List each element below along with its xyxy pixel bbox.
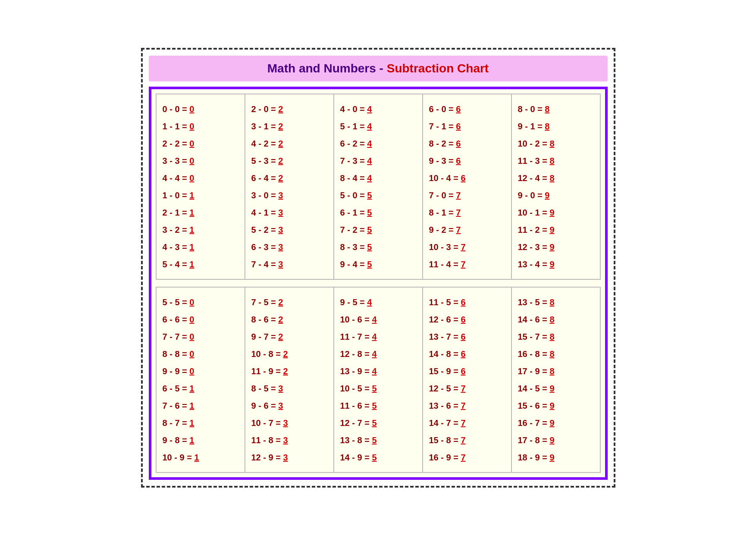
answer: 2 — [278, 332, 283, 341]
equation-text: 18 - 9 = 9 — [518, 449, 594, 466]
equation-text: 13 - 5 = 8 — [518, 294, 594, 311]
answer: 9 — [549, 453, 554, 462]
answer: 8 — [545, 122, 549, 131]
answer: 2 — [278, 156, 283, 166]
answer: 8 — [545, 104, 549, 114]
equation-text: 15 - 6 = 9 — [518, 397, 594, 414]
answer: 8 — [549, 332, 554, 341]
answer: 2 — [278, 297, 283, 307]
column-cell: 5 - 5 = 06 - 6 = 07 - 7 = 08 - 8 = 09 - … — [157, 288, 245, 473]
answer: 8 — [549, 173, 554, 183]
answer: 0 — [189, 297, 194, 307]
answer: 7 — [456, 208, 461, 217]
equation-text: 9 - 9 = 0 — [163, 363, 238, 380]
answer: 6 — [461, 297, 465, 307]
equation-text: 5 - 2 = 3 — [251, 221, 327, 238]
equation-text: 11 - 2 = 9 — [518, 221, 594, 238]
answer: 2 — [278, 104, 283, 114]
equation-text: 10 - 9 = 1 — [163, 449, 238, 466]
answer: 6 — [456, 156, 461, 166]
answer: 4 — [367, 173, 372, 183]
equation-text: 2 - 0 = 2 — [251, 100, 327, 118]
answer: 1 — [189, 418, 194, 428]
answer: 0 — [189, 332, 194, 341]
column-cell: 0 - 0 = 01 - 1 = 02 - 2 = 03 - 3 = 04 - … — [157, 94, 245, 280]
column-cell: 9 - 5 = 410 - 6 = 411 - 7 = 412 - 8 = 41… — [334, 288, 423, 473]
answer: 8 — [549, 366, 554, 376]
equation-text: 7 - 7 = 0 — [163, 328, 238, 345]
answer: 3 — [278, 384, 283, 393]
equation-text: 6 - 3 = 3 — [251, 238, 327, 256]
equation-text: 8 - 6 = 2 — [251, 311, 327, 328]
answer: 1 — [189, 225, 194, 235]
equation-text: 7 - 0 = 7 — [429, 187, 505, 204]
column-cell: 11 - 5 = 612 - 6 = 613 - 7 = 614 - 8 = 6… — [423, 288, 512, 473]
equation-text: 9 - 5 = 4 — [340, 294, 416, 311]
equation-text: 10 - 2 = 8 — [518, 135, 594, 152]
column-cell: 8 - 0 = 89 - 1 = 810 - 2 = 811 - 3 = 812… — [512, 94, 601, 280]
equation-text: 13 - 4 = 9 — [518, 256, 594, 273]
answer: 1 — [189, 208, 194, 217]
answer: 0 — [189, 122, 194, 131]
answer: 2 — [283, 366, 288, 376]
equation-text: 12 - 4 = 8 — [518, 169, 594, 187]
answer: 4 — [367, 122, 372, 131]
equation-text: 9 - 0 = 9 — [518, 187, 594, 204]
answer: 7 — [461, 435, 465, 445]
answer: 5 — [372, 384, 376, 393]
equation-text: 9 - 1 = 8 — [518, 118, 594, 135]
answer: 2 — [283, 349, 288, 359]
answer: 8 — [549, 349, 554, 359]
column-cell: 4 - 0 = 45 - 1 = 46 - 2 = 47 - 3 = 48 - … — [334, 94, 423, 280]
answer: 4 — [367, 104, 372, 114]
answer: 2 — [278, 139, 283, 148]
equation-text: 8 - 4 = 4 — [340, 169, 416, 187]
equation-text: 9 - 2 = 7 — [429, 221, 505, 238]
answer: 1 — [189, 401, 194, 410]
equation-text: 6 - 5 = 1 — [163, 380, 238, 397]
answer: 0 — [189, 104, 194, 114]
equation-text: 12 - 7 = 5 — [340, 414, 416, 432]
equation-text: 11 - 3 = 8 — [518, 152, 594, 169]
answer: 9 — [549, 384, 554, 393]
equation-text: 11 - 9 = 2 — [251, 363, 327, 380]
column-cell: 2 - 0 = 23 - 1 = 24 - 2 = 25 - 3 = 26 - … — [245, 94, 334, 280]
equation-text: 11 - 7 = 4 — [340, 328, 416, 345]
answer: 4 — [367, 139, 372, 148]
answer: 7 — [456, 225, 461, 235]
equation-text: 5 - 3 = 2 — [251, 152, 327, 169]
equation-text: 16 - 9 = 7 — [429, 449, 505, 466]
answer: 6 — [461, 349, 465, 359]
answer: 6 — [461, 332, 465, 341]
answer: 4 — [372, 349, 376, 359]
equation-text: 14 - 8 = 6 — [429, 345, 505, 363]
equation-text: 9 - 3 = 6 — [429, 152, 505, 169]
equation-text: 4 - 1 = 3 — [251, 204, 327, 221]
equation-text: 9 - 7 = 2 — [251, 328, 327, 345]
equation-text: 14 - 5 = 9 — [518, 380, 594, 397]
equation-text: 12 - 9 = 3 — [251, 449, 327, 466]
answer: 3 — [278, 242, 283, 252]
title-prefix: Math and Numbers - — [267, 62, 387, 75]
equation-text: 5 - 1 = 4 — [340, 118, 416, 135]
equation-text: 2 - 2 = 0 — [163, 135, 238, 152]
answer: 6 — [461, 315, 465, 324]
equation-text: 9 - 8 = 1 — [163, 432, 238, 449]
equation-text: 12 - 5 = 7 — [429, 380, 505, 397]
equation-text: 11 - 6 = 5 — [340, 397, 416, 414]
answer: 3 — [283, 435, 288, 445]
answer: 6 — [461, 366, 465, 376]
equation-text: 3 - 2 = 1 — [163, 221, 238, 238]
answer: 5 — [367, 260, 372, 269]
answer: 7 — [456, 191, 461, 200]
equation-text: 7 - 3 = 4 — [340, 152, 416, 169]
equation-text: 14 - 9 = 5 — [340, 449, 416, 466]
title-highlight: Subtraction Chart — [387, 62, 489, 75]
answer: 6 — [456, 122, 461, 131]
answer: 7 — [461, 401, 465, 410]
answer: 1 — [189, 191, 194, 200]
answer: 7 — [461, 260, 465, 269]
answer: 9 — [549, 242, 554, 252]
answer: 5 — [372, 401, 376, 410]
equation-text: 11 - 8 = 3 — [251, 432, 327, 449]
